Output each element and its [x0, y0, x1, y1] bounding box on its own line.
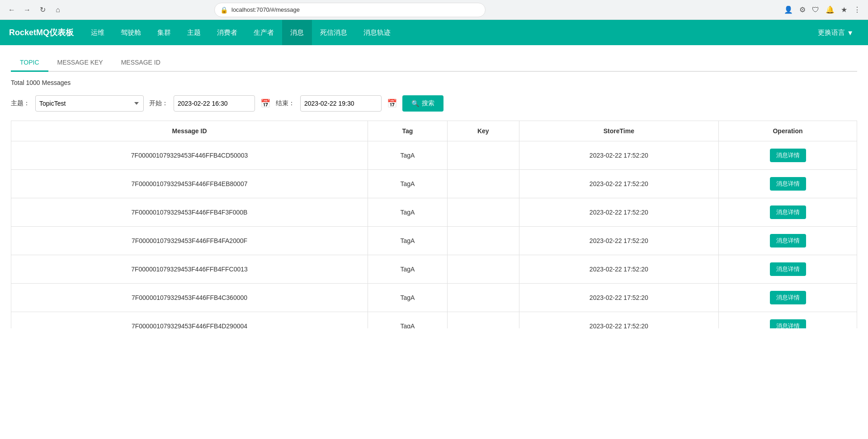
detail-button[interactable]: 消息详情 [770, 262, 806, 276]
col-key: Key [447, 121, 519, 141]
col-store-time: StoreTime [519, 121, 718, 141]
nav-item-dead-letter[interactable]: 死信消息 [312, 20, 355, 45]
top-nav: RocketMQ仪表板 运维 驾驶舱 集群 主题 消费者 生产者 消息 死信消息… [0, 20, 868, 45]
cell-message-id: 7F000001079329453F446FFB4C360000 [11, 284, 368, 312]
total-messages: Total 1000 Messages [11, 79, 857, 86]
cell-operation: 消息详情 [719, 170, 857, 198]
table-body: 7F000001079329453F446FFB4CD50003TagA2023… [11, 141, 857, 329]
url-text: localhost:7070/#/message [231, 6, 300, 13]
cell-store-time: 2023-02-22 17:52:20 [519, 227, 718, 255]
address-bar[interactable]: 🔒 localhost:7070/#/message [214, 3, 486, 17]
table-header: Message ID Tag Key StoreTime Operation [11, 121, 857, 141]
cell-store-time: 2023-02-22 17:52:20 [519, 198, 718, 227]
cell-operation: 消息详情 [719, 284, 857, 312]
cell-key [447, 312, 519, 329]
col-tag: Tag [368, 121, 448, 141]
topic-select[interactable]: TopicTest [35, 95, 144, 112]
cell-key [447, 284, 519, 312]
lock-icon: 🔒 [220, 6, 228, 14]
table-row: 7F000001079329453F446FFB4FA2000FTagA2023… [11, 227, 857, 255]
cell-operation: 消息详情 [719, 227, 857, 255]
detail-button[interactable]: 消息详情 [770, 291, 806, 304]
more-icon[interactable]: ⋮ [852, 4, 863, 16]
browser-actions: 👤 ⚙ 🛡 🔔 ★ ⋮ [782, 4, 863, 16]
table-row: 7F000001079329453F446FFB4F3F000BTagA2023… [11, 198, 857, 227]
cell-tag: TagA [368, 255, 448, 284]
home-button[interactable]: ⌂ [52, 4, 64, 16]
cell-operation: 消息详情 [719, 312, 857, 329]
table-row: 7F000001079329453F446FFB4D290004TagA2023… [11, 312, 857, 329]
shield-icon[interactable]: 🛡 [810, 4, 821, 16]
end-label: 结束： [276, 99, 295, 107]
back-button[interactable]: ← [5, 4, 18, 16]
nav-item-cockpit[interactable]: 驾驶舱 [113, 20, 149, 45]
table-row: 7F000001079329453F446FFB4CD50003TagA2023… [11, 141, 857, 170]
cell-key [447, 170, 519, 198]
logo: RocketMQ仪表板 [9, 27, 74, 38]
extension-icon[interactable]: ⚙ [797, 4, 807, 16]
browser-bar: ← → ↻ ⌂ 🔒 localhost:7070/#/message 👤 ⚙ 🛡… [0, 0, 868, 20]
tab-message-key[interactable]: MESSAGE KEY [48, 54, 112, 72]
tab-message-id[interactable]: MESSAGE ID [112, 54, 170, 72]
search-button-label: 搜索 [422, 99, 434, 107]
cell-message-id: 7F000001079329453F446FFB4EB80007 [11, 170, 368, 198]
nav-item-message-trace[interactable]: 消息轨迹 [355, 20, 399, 45]
col-operation: Operation [719, 121, 857, 141]
cell-key [447, 255, 519, 284]
cell-tag: TagA [368, 141, 448, 170]
cell-tag: TagA [368, 312, 448, 329]
table-row: 7F000001079329453F446FFB4C360000TagA2023… [11, 284, 857, 312]
cell-operation: 消息详情 [719, 198, 857, 227]
forward-button[interactable]: → [21, 4, 33, 16]
detail-button[interactable]: 消息详情 [770, 205, 806, 219]
end-date-input[interactable] [300, 95, 382, 112]
cell-store-time: 2023-02-22 17:52:20 [519, 284, 718, 312]
start-label: 开始： [149, 99, 168, 107]
profile-icon[interactable]: 👤 [782, 4, 795, 16]
table-container: Message ID Tag Key StoreTime Operation 7… [11, 121, 857, 328]
search-button[interactable]: 🔍 搜索 [402, 95, 443, 112]
topic-label: 主题： [11, 99, 30, 107]
table-row: 7F000001079329453F446FFB4EB80007TagA2023… [11, 170, 857, 198]
col-message-id: Message ID [11, 121, 368, 141]
tabs-container: TOPIC MESSAGE KEY MESSAGE ID [11, 54, 857, 72]
cell-key [447, 198, 519, 227]
lang-switch-label: 更换语言 [818, 28, 845, 37]
cell-tag: TagA [368, 284, 448, 312]
browser-controls: ← → ↻ ⌂ [5, 4, 64, 16]
search-icon: 🔍 [411, 100, 419, 107]
nav-item-producer[interactable]: 生产者 [245, 20, 282, 45]
nav-item-cluster[interactable]: 集群 [149, 20, 179, 45]
cell-key [447, 141, 519, 170]
table-row: 7F000001079329453F446FFB4FFC0013TagA2023… [11, 255, 857, 284]
end-calendar-icon[interactable]: 📅 [387, 98, 397, 108]
search-form: 主题： TopicTest 开始： 📅 结束： 📅 🔍 搜索 [11, 95, 857, 112]
refresh-button[interactable]: ↻ [36, 4, 49, 16]
cell-message-id: 7F000001079329453F446FFB4FA2000F [11, 227, 368, 255]
page-content: TOPIC MESSAGE KEY MESSAGE ID Total 1000 … [0, 45, 868, 439]
cell-store-time: 2023-02-22 17:52:20 [519, 312, 718, 329]
lang-switch-button[interactable]: 更换语言 ▼ [812, 28, 859, 37]
chevron-down-icon: ▼ [847, 29, 854, 37]
nav-item-consumer[interactable]: 消费者 [209, 20, 245, 45]
nav-item-message[interactable]: 消息 [282, 20, 312, 45]
cell-tag: TagA [368, 170, 448, 198]
bell-icon[interactable]: 🔔 [824, 4, 836, 16]
start-calendar-icon[interactable]: 📅 [260, 98, 270, 108]
cell-tag: TagA [368, 198, 448, 227]
cell-store-time: 2023-02-22 17:52:20 [519, 255, 718, 284]
cell-message-id: 7F000001079329453F446FFB4F3F000B [11, 198, 368, 227]
cell-message-id: 7F000001079329453F446FFB4CD50003 [11, 141, 368, 170]
nav-item-topic[interactable]: 主题 [179, 20, 209, 45]
nav-item-ops[interactable]: 运维 [83, 20, 113, 45]
detail-button[interactable]: 消息详情 [770, 177, 806, 191]
cell-tag: TagA [368, 227, 448, 255]
star-icon[interactable]: ★ [839, 4, 849, 16]
table-header-row: Message ID Tag Key StoreTime Operation [11, 121, 857, 141]
detail-button[interactable]: 消息详情 [770, 319, 806, 328]
detail-button[interactable]: 消息详情 [770, 234, 806, 248]
cell-key [447, 227, 519, 255]
tab-topic[interactable]: TOPIC [11, 54, 48, 72]
start-date-input[interactable] [174, 95, 255, 112]
detail-button[interactable]: 消息详情 [770, 149, 806, 162]
